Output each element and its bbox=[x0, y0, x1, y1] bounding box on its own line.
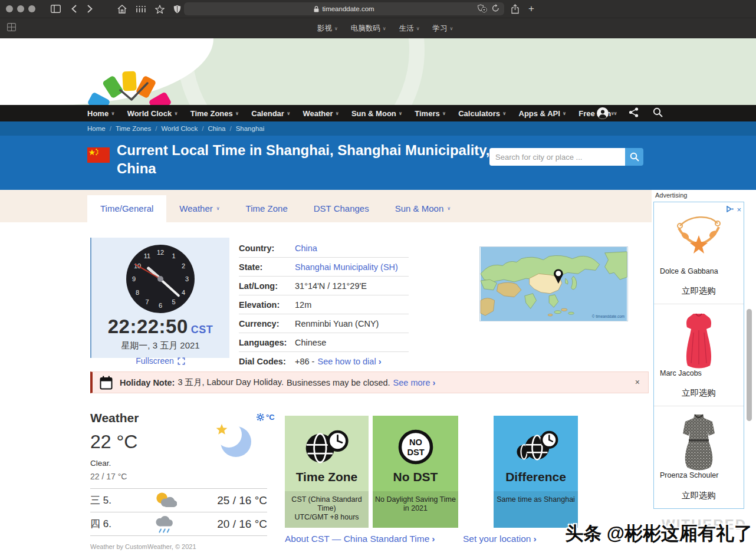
nav-timers[interactable]: Timers bbox=[415, 109, 446, 118]
ad-brand: Dolce & Gabbana bbox=[660, 267, 744, 275]
chevron-down-icon bbox=[399, 111, 403, 116]
nav-calculators[interactable]: Calculators bbox=[458, 109, 506, 118]
frequently-visited-icon[interactable] bbox=[7, 23, 16, 34]
close-window-button[interactable] bbox=[6, 5, 13, 12]
breadcrumb-home[interactable]: Home bbox=[87, 125, 106, 132]
share-page-icon[interactable] bbox=[629, 107, 639, 120]
nav-calendar[interactable]: Calendar bbox=[251, 109, 290, 118]
zoom-window-button[interactable] bbox=[28, 5, 35, 12]
reload-icon[interactable] bbox=[492, 4, 499, 14]
map-copyright: © timeanddate.com bbox=[592, 314, 624, 318]
no-dst-card[interactable]: NO DST No DST No Daylight Saving Time in… bbox=[373, 416, 458, 528]
tab-time-general[interactable]: Time/General bbox=[87, 195, 166, 222]
clock-numeral: 12 bbox=[156, 248, 165, 257]
new-tab-icon[interactable]: + bbox=[528, 3, 534, 15]
tab-dst-changes[interactable]: DST Changes bbox=[301, 195, 382, 222]
see-more-link[interactable]: See more bbox=[393, 378, 436, 387]
world-map[interactable]: © timeanddate.com bbox=[479, 246, 628, 321]
info-label: Country: bbox=[239, 244, 295, 253]
share-icon[interactable] bbox=[511, 4, 520, 14]
bookmark-star-icon[interactable] bbox=[155, 5, 165, 14]
window-controls[interactable] bbox=[6, 5, 35, 12]
search-icon[interactable] bbox=[653, 107, 663, 120]
minimize-window-button[interactable] bbox=[17, 5, 24, 12]
ad-cta[interactable]: 立即选购 bbox=[654, 285, 744, 297]
chevron-down-icon bbox=[174, 111, 178, 116]
watermark: 头条 @彬彬这厢有礼了 bbox=[565, 521, 752, 546]
adchoices-icon[interactable] bbox=[727, 204, 734, 215]
fullscreen-link[interactable]: Fullscreen bbox=[136, 356, 185, 366]
bookmark-folder[interactable]: 学习 bbox=[433, 24, 453, 34]
nav-home[interactable]: Home bbox=[87, 109, 115, 118]
set-location-link[interactable]: Set your location bbox=[463, 534, 537, 544]
breadcrumb-china[interactable]: China bbox=[198, 125, 225, 132]
bookmark-folder[interactable]: 电脑数码 bbox=[351, 24, 386, 34]
tab-overview-icon[interactable] bbox=[136, 5, 146, 13]
breadcrumb-world-clock[interactable]: World Clock bbox=[151, 125, 198, 132]
home-icon[interactable] bbox=[117, 5, 127, 14]
ad-cta[interactable]: 立即选购 bbox=[654, 387, 744, 399]
patterned-dress-product-image bbox=[654, 406, 744, 466]
bookmark-folder[interactable]: 影视 bbox=[317, 24, 338, 34]
breadcrumb-time-zones[interactable]: Time Zones bbox=[106, 125, 152, 132]
content-blocker-icon[interactable] bbox=[478, 4, 487, 14]
sidebar-toggle-icon[interactable] bbox=[51, 5, 61, 13]
state-link[interactable]: Shanghai Municipality (SH) bbox=[295, 262, 398, 272]
gear-icon bbox=[257, 413, 264, 421]
about-cst-link[interactable]: About CST — China Standard Time bbox=[285, 534, 435, 544]
currency-value: Renminbi Yuan (CNY) bbox=[295, 319, 379, 328]
close-icon[interactable] bbox=[635, 377, 640, 387]
back-icon[interactable] bbox=[71, 5, 77, 13]
holiday-link[interactable]: 3 五月, Labour Day Holiday. bbox=[178, 377, 283, 388]
chevron-down-icon bbox=[216, 195, 220, 222]
clock-numeral: 4 bbox=[179, 288, 188, 297]
holiday-note-banner: Holiday Note: 3 五月, Labour Day Holiday. … bbox=[90, 371, 649, 393]
tab-time-zone[interactable]: Time Zone bbox=[233, 195, 301, 222]
clock-numeral: 7 bbox=[143, 297, 152, 307]
privacy-shield-icon[interactable] bbox=[173, 5, 181, 14]
chevron-down-icon bbox=[235, 111, 239, 116]
tab-weather[interactable]: Weather bbox=[166, 195, 232, 222]
forward-icon[interactable] bbox=[87, 5, 93, 13]
search-input[interactable] bbox=[489, 148, 625, 166]
ad-item[interactable]: Marc Jacobs 立即选购 bbox=[654, 304, 744, 406]
time-zone-card[interactable]: Time Zone CST (China Standard Time) UTC/… bbox=[285, 416, 369, 528]
nav-apps-api[interactable]: Apps & API bbox=[519, 109, 567, 118]
svg-text:NO: NO bbox=[409, 438, 422, 447]
tab-sun-moon[interactable]: Sun & Moon bbox=[382, 195, 464, 222]
forecast-day: 四 6. bbox=[90, 517, 137, 531]
ad-item[interactable]: Proenza Schouler 立即选购 bbox=[654, 406, 744, 508]
page-title: Current Local Time in Shanghai, Shanghai… bbox=[117, 142, 494, 177]
address-bar[interactable]: timeanddate.com bbox=[184, 2, 504, 15]
chevron-down-icon bbox=[335, 111, 339, 116]
bookmark-folder[interactable]: 生活 bbox=[399, 24, 420, 34]
chevron-down-icon bbox=[383, 26, 386, 31]
nav-weather[interactable]: Weather bbox=[303, 109, 339, 118]
account-menu[interactable] bbox=[597, 107, 615, 119]
search-button[interactable] bbox=[625, 148, 643, 166]
clock-numeral: 11 bbox=[143, 251, 152, 261]
how-to-dial-link[interactable]: See how to dial bbox=[317, 357, 381, 366]
close-ad-icon[interactable] bbox=[737, 205, 741, 214]
svg-text:DST: DST bbox=[407, 448, 424, 457]
breadcrumb-shanghai[interactable]: Shanghai bbox=[225, 125, 264, 132]
nav-world-clock[interactable]: World Clock bbox=[127, 109, 178, 118]
expand-icon bbox=[178, 357, 185, 365]
unit-toggle[interactable]: °C bbox=[257, 413, 275, 422]
chevron-down-icon bbox=[442, 111, 446, 116]
city-search bbox=[489, 148, 643, 166]
decorative-arc bbox=[177, 38, 425, 105]
difference-card[interactable]: Difference Same time as Shanghai bbox=[494, 416, 578, 528]
chevron-down-icon bbox=[502, 111, 507, 116]
ad-item[interactable]: Dolce & Gabbana 立即选购 bbox=[654, 202, 744, 304]
clock-center bbox=[157, 276, 163, 282]
ad-cta[interactable]: 立即选购 bbox=[654, 490, 744, 501]
section-tabs: Time/General Weather Time Zone DST Chang… bbox=[0, 190, 652, 222]
forecast-day: 三 5. bbox=[90, 494, 137, 507]
nav-time-zones[interactable]: Time Zones bbox=[190, 109, 239, 118]
latlong-value: 31°14'N / 121°29'E bbox=[295, 281, 367, 291]
forecast-row: 三 5. 25 / 16 °C bbox=[90, 489, 267, 512]
country-link[interactable]: China bbox=[295, 244, 317, 253]
scrollbar-thumb[interactable] bbox=[747, 309, 752, 421]
nav-sun-moon[interactable]: Sun & Moon bbox=[351, 109, 402, 118]
